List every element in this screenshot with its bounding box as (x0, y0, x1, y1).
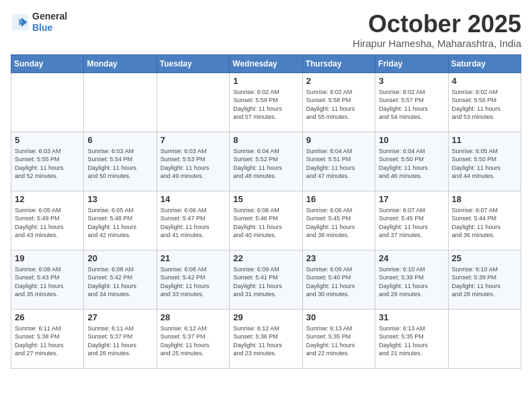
day-number: 10 (379, 135, 444, 145)
logo: General Blue (11, 11, 67, 34)
day-number: 9 (306, 135, 371, 145)
day-info: Sunrise: 6:12 AM Sunset: 5:37 PM Dayligh… (161, 324, 226, 358)
calendar-cell: 20Sunrise: 6:08 AM Sunset: 5:42 PM Dayli… (84, 250, 157, 309)
day-number: 13 (87, 194, 152, 204)
day-info: Sunrise: 6:06 AM Sunset: 5:45 PM Dayligh… (306, 206, 371, 240)
day-number: 21 (161, 253, 226, 263)
calendar-cell: 16Sunrise: 6:06 AM Sunset: 5:45 PM Dayli… (302, 191, 375, 250)
calendar-cell: 28Sunrise: 6:12 AM Sunset: 5:37 PM Dayli… (157, 309, 229, 368)
day-number: 11 (452, 135, 517, 145)
day-number: 18 (452, 194, 517, 204)
day-info: Sunrise: 6:02 AM Sunset: 5:58 PM Dayligh… (306, 88, 371, 122)
calendar-header-row: SundayMondayTuesdayWednesdayThursdayFrid… (11, 54, 521, 73)
calendar-week-row: 5Sunrise: 6:03 AM Sunset: 5:55 PM Daylig… (11, 132, 521, 191)
calendar-cell: 15Sunrise: 6:06 AM Sunset: 5:46 PM Dayli… (230, 191, 302, 250)
calendar-cell: 4Sunrise: 6:02 AM Sunset: 5:56 PM Daylig… (448, 73, 521, 132)
calendar-day-header: Monday (84, 54, 157, 73)
day-number: 4 (452, 76, 517, 86)
day-number: 19 (15, 253, 80, 263)
day-number: 12 (15, 194, 80, 204)
day-info: Sunrise: 6:04 AM Sunset: 5:51 PM Dayligh… (306, 147, 371, 181)
day-number: 1 (233, 76, 298, 86)
day-info: Sunrise: 6:06 AM Sunset: 5:47 PM Dayligh… (161, 206, 226, 240)
calendar-cell: 22Sunrise: 6:09 AM Sunset: 5:41 PM Dayli… (230, 250, 302, 309)
day-number: 15 (233, 194, 298, 204)
calendar-cell: 2Sunrise: 6:02 AM Sunset: 5:58 PM Daylig… (302, 73, 375, 132)
calendar-cell (84, 73, 157, 132)
day-info: Sunrise: 6:06 AM Sunset: 5:46 PM Dayligh… (233, 206, 298, 240)
calendar-cell: 7Sunrise: 6:03 AM Sunset: 5:53 PM Daylig… (157, 132, 229, 191)
day-number: 30 (306, 312, 371, 322)
calendar-cell: 21Sunrise: 6:08 AM Sunset: 5:42 PM Dayli… (157, 250, 229, 309)
day-info: Sunrise: 6:04 AM Sunset: 5:52 PM Dayligh… (233, 147, 298, 181)
calendar-cell: 3Sunrise: 6:02 AM Sunset: 5:57 PM Daylig… (375, 73, 448, 132)
calendar-cell: 13Sunrise: 6:05 AM Sunset: 5:48 PM Dayli… (84, 191, 157, 250)
calendar-day-header: Sunday (11, 54, 84, 73)
day-info: Sunrise: 6:03 AM Sunset: 5:55 PM Dayligh… (15, 147, 80, 181)
calendar-cell: 27Sunrise: 6:11 AM Sunset: 5:37 PM Dayli… (84, 309, 157, 368)
calendar-cell: 9Sunrise: 6:04 AM Sunset: 5:51 PM Daylig… (302, 132, 375, 191)
day-number: 25 (452, 253, 517, 263)
day-number: 7 (161, 135, 226, 145)
day-info: Sunrise: 6:05 AM Sunset: 5:49 PM Dayligh… (15, 206, 80, 240)
calendar-cell: 24Sunrise: 6:10 AM Sunset: 5:39 PM Dayli… (375, 250, 448, 309)
calendar-cell: 19Sunrise: 6:08 AM Sunset: 5:43 PM Dayli… (11, 250, 84, 309)
day-info: Sunrise: 6:11 AM Sunset: 5:38 PM Dayligh… (15, 324, 80, 358)
day-number: 16 (306, 194, 371, 204)
page-header: General Blue October 2025 Hirapur Hamesh… (11, 11, 521, 49)
calendar-day-header: Wednesday (230, 54, 302, 73)
month-title: October 2025 (353, 11, 521, 38)
day-info: Sunrise: 6:08 AM Sunset: 5:42 PM Dayligh… (87, 265, 152, 299)
calendar-cell: 26Sunrise: 6:11 AM Sunset: 5:38 PM Dayli… (11, 309, 84, 368)
day-info: Sunrise: 6:02 AM Sunset: 5:56 PM Dayligh… (452, 88, 517, 122)
location: Hirapur Hamesha, Maharashtra, India (353, 38, 521, 49)
day-number: 3 (379, 76, 444, 86)
calendar-day-header: Friday (375, 54, 448, 73)
calendar-cell: 5Sunrise: 6:03 AM Sunset: 5:55 PM Daylig… (11, 132, 84, 191)
day-number: 2 (306, 76, 371, 86)
day-info: Sunrise: 6:13 AM Sunset: 5:35 PM Dayligh… (379, 324, 444, 358)
calendar-cell: 12Sunrise: 6:05 AM Sunset: 5:49 PM Dayli… (11, 191, 84, 250)
day-info: Sunrise: 6:05 AM Sunset: 5:48 PM Dayligh… (87, 206, 152, 240)
day-number: 20 (87, 253, 152, 263)
day-info: Sunrise: 6:05 AM Sunset: 5:50 PM Dayligh… (452, 147, 517, 181)
day-info: Sunrise: 6:04 AM Sunset: 5:50 PM Dayligh… (379, 147, 444, 181)
day-info: Sunrise: 6:08 AM Sunset: 5:43 PM Dayligh… (15, 265, 80, 299)
calendar-week-row: 19Sunrise: 6:08 AM Sunset: 5:43 PM Dayli… (11, 250, 521, 309)
title-block: October 2025 Hirapur Hamesha, Maharashtr… (353, 11, 521, 49)
calendar-cell (448, 309, 521, 368)
calendar-cell: 1Sunrise: 6:02 AM Sunset: 5:59 PM Daylig… (230, 73, 302, 132)
calendar-cell: 29Sunrise: 6:12 AM Sunset: 5:36 PM Dayli… (230, 309, 302, 368)
day-info: Sunrise: 6:03 AM Sunset: 5:53 PM Dayligh… (161, 147, 226, 181)
day-number: 29 (233, 312, 298, 322)
day-number: 8 (233, 135, 298, 145)
day-info: Sunrise: 6:11 AM Sunset: 5:37 PM Dayligh… (87, 324, 152, 358)
calendar-cell: 14Sunrise: 6:06 AM Sunset: 5:47 PM Dayli… (157, 191, 229, 250)
calendar-cell (11, 73, 84, 132)
day-info: Sunrise: 6:10 AM Sunset: 5:39 PM Dayligh… (452, 265, 517, 299)
calendar-cell: 10Sunrise: 6:04 AM Sunset: 5:50 PM Dayli… (375, 132, 448, 191)
day-info: Sunrise: 6:02 AM Sunset: 5:57 PM Dayligh… (379, 88, 444, 122)
calendar-cell: 6Sunrise: 6:03 AM Sunset: 5:54 PM Daylig… (84, 132, 157, 191)
day-number: 31 (379, 312, 444, 322)
calendar-table: SundayMondayTuesdayWednesdayThursdayFrid… (11, 54, 521, 369)
day-number: 22 (233, 253, 298, 263)
calendar-cell: 11Sunrise: 6:05 AM Sunset: 5:50 PM Dayli… (448, 132, 521, 191)
calendar-body: 1Sunrise: 6:02 AM Sunset: 5:59 PM Daylig… (11, 73, 521, 368)
calendar-cell: 17Sunrise: 6:07 AM Sunset: 5:45 PM Dayli… (375, 191, 448, 250)
calendar-day-header: Saturday (448, 54, 521, 73)
day-info: Sunrise: 6:09 AM Sunset: 5:41 PM Dayligh… (233, 265, 298, 299)
day-info: Sunrise: 6:02 AM Sunset: 5:59 PM Dayligh… (233, 88, 298, 122)
day-info: Sunrise: 6:07 AM Sunset: 5:44 PM Dayligh… (452, 206, 517, 240)
day-number: 6 (87, 135, 152, 145)
day-info: Sunrise: 6:08 AM Sunset: 5:42 PM Dayligh… (161, 265, 226, 299)
calendar-cell: 18Sunrise: 6:07 AM Sunset: 5:44 PM Dayli… (448, 191, 521, 250)
day-number: 14 (161, 194, 226, 204)
day-info: Sunrise: 6:13 AM Sunset: 5:35 PM Dayligh… (306, 324, 371, 358)
calendar-week-row: 1Sunrise: 6:02 AM Sunset: 5:59 PM Daylig… (11, 73, 521, 132)
calendar-cell (157, 73, 229, 132)
calendar-day-header: Tuesday (157, 54, 229, 73)
day-info: Sunrise: 6:09 AM Sunset: 5:40 PM Dayligh… (306, 265, 371, 299)
day-number: 24 (379, 253, 444, 263)
day-number: 26 (15, 312, 80, 322)
